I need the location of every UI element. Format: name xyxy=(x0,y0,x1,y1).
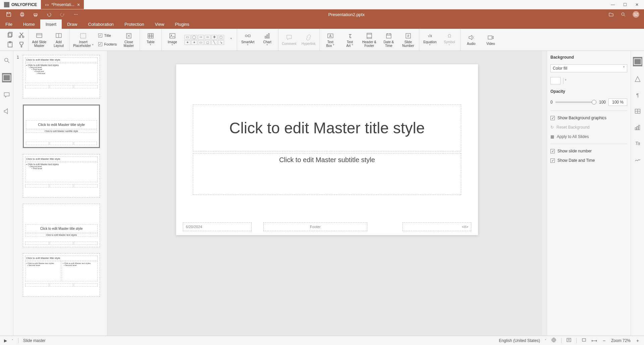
slides-rail-icon[interactable] xyxy=(2,73,11,82)
fit-width-icon[interactable]: ⟷ xyxy=(591,338,597,343)
color-dropdown-icon[interactable]: ˅ xyxy=(563,78,568,84)
shape-arrow-left-icon[interactable]: ⇦ xyxy=(205,35,211,40)
shape-callout2-icon[interactable]: ◻ xyxy=(205,40,211,45)
apply-all-button[interactable]: ▦Apply to All Slides xyxy=(550,134,627,139)
shape-star4-icon[interactable]: ✦ xyxy=(184,40,191,45)
color-swatch[interactable] xyxy=(550,77,560,84)
shape-plus-icon[interactable]: ✚ xyxy=(211,35,217,40)
tab-insert[interactable]: Insert xyxy=(40,19,62,29)
doclang-icon[interactable] xyxy=(566,337,572,344)
redo-icon[interactable] xyxy=(60,12,65,17)
image-button[interactable]: Image ˅ xyxy=(165,32,180,48)
shape-ellipse-icon[interactable]: ◯ xyxy=(191,35,197,40)
fill-type-select[interactable]: Color fill˅ xyxy=(550,64,627,72)
spellcheck-icon[interactable] xyxy=(551,337,556,344)
zoom-label[interactable]: Zoom 72% xyxy=(611,338,631,343)
table-settings-icon[interactable] xyxy=(634,108,641,115)
layout-thumb-content[interactable]: Click to edit Master title style • Click… xyxy=(23,154,100,198)
tab-view[interactable]: View xyxy=(150,19,170,29)
tab-home[interactable]: Home xyxy=(18,19,40,29)
text-art-button[interactable]: TaText Art ˅ xyxy=(342,32,357,48)
undo-icon[interactable] xyxy=(46,12,52,17)
smartart-button[interactable]: SmartArt ˅ xyxy=(240,32,255,48)
zoom-in-button[interactable]: + xyxy=(635,338,640,343)
open-location-icon[interactable] xyxy=(608,12,614,17)
shape-rect-icon[interactable]: ▭ xyxy=(184,35,191,40)
shape-line-icon[interactable]: ╲ xyxy=(211,40,217,45)
close-master-button[interactable]: Close Master xyxy=(121,32,136,48)
add-layout-button[interactable]: Add Layout xyxy=(51,32,66,48)
add-slide-master-button[interactable]: Add Slide Master xyxy=(32,32,47,48)
tab-protection[interactable]: Protection xyxy=(119,19,150,29)
subtitle-placeholder[interactable]: Click to edit Master subtitle style xyxy=(193,153,461,195)
title-checkbox[interactable]: ✓Title xyxy=(98,33,117,38)
show-date-time-checkbox[interactable]: ✓Show Date and Time xyxy=(550,158,627,163)
footer-placeholder[interactable]: Footer xyxy=(263,222,367,231)
tab-plugins[interactable]: Plugins xyxy=(170,19,195,29)
play-dropdown-icon[interactable]: ˅ xyxy=(12,339,13,342)
shape-arrow-line-icon[interactable]: ↘ xyxy=(218,40,224,45)
textart-settings-icon[interactable]: Ta xyxy=(634,140,641,147)
close-icon[interactable]: × xyxy=(77,2,80,7)
slide-canvas[interactable]: Click to edit Master title style Click t… xyxy=(176,64,478,235)
table-button[interactable]: Table ˅ xyxy=(143,32,158,48)
slide-number-button[interactable]: #Slide Number xyxy=(401,32,416,48)
signature-settings-icon[interactable] xyxy=(634,156,641,163)
title-placeholder[interactable]: Click to edit Master title style xyxy=(193,105,461,151)
layout-thumb-two-content[interactable]: Click to edit Master title style • Click… xyxy=(23,253,100,297)
show-slide-number-checkbox[interactable]: ✓Show slide number xyxy=(550,149,627,153)
shape-arrow-right-icon[interactable]: ⇨ xyxy=(198,35,204,40)
play-icon[interactable]: ▶ xyxy=(4,338,7,343)
save-icon[interactable] xyxy=(6,12,11,17)
print-icon[interactable] xyxy=(19,12,25,17)
shape-callout-icon[interactable]: ▭ xyxy=(198,40,204,45)
search-rail-icon[interactable] xyxy=(3,57,10,64)
tab-draw[interactable]: Draw xyxy=(62,19,83,29)
equation-button[interactable]: √xEquation ˅ xyxy=(423,32,437,48)
text-box-button[interactable]: AText Box ˅ xyxy=(323,32,338,48)
language-label[interactable]: English (United States) xyxy=(499,338,540,343)
more-icon[interactable]: ⋯ xyxy=(73,12,78,17)
copy-icon[interactable] xyxy=(7,32,13,39)
paragraph-settings-icon[interactable]: ¶ xyxy=(634,92,641,98)
close-window-button[interactable]: ✕ xyxy=(635,2,639,7)
slide-settings-icon[interactable] xyxy=(633,57,642,66)
minimize-button[interactable]: — xyxy=(610,2,615,7)
comments-rail-icon[interactable] xyxy=(3,92,10,98)
tab-file[interactable]: File xyxy=(0,19,18,29)
quick-print-icon[interactable] xyxy=(33,12,38,17)
shape-rect-round-icon[interactable]: ▢ xyxy=(218,35,224,40)
shape-settings-icon[interactable] xyxy=(634,76,641,82)
zoom-out-button[interactable]: − xyxy=(602,338,606,343)
master-thumb[interactable]: Click to edit Master title style • Click… xyxy=(23,55,100,98)
shapes-dropdown-icon[interactable]: ˅ xyxy=(229,38,233,42)
chart-settings-icon[interactable] xyxy=(634,124,641,131)
audio-button[interactable]: Audio xyxy=(464,34,479,46)
feedback-rail-icon[interactable] xyxy=(3,108,10,115)
fit-slide-icon[interactable] xyxy=(581,337,587,344)
user-avatar[interactable]: SZ xyxy=(633,11,639,18)
chart-button[interactable]: Chart ˅ xyxy=(260,32,275,48)
shape-star-icon[interactable]: ✶ xyxy=(191,40,197,45)
header-footer-button[interactable]: Header & Footer xyxy=(362,32,377,48)
search-icon[interactable] xyxy=(621,12,626,17)
layout-thumb-section[interactable]: Click to edit Master title style Click t… xyxy=(23,204,100,247)
date-placeholder[interactable]: 6/20/2024 xyxy=(183,222,252,231)
paste-icon[interactable] xyxy=(7,41,13,48)
opacity-input[interactable]: 100 % xyxy=(608,98,627,106)
slidenum-placeholder[interactable]: <#> xyxy=(402,222,471,231)
format-painter-icon[interactable] xyxy=(18,41,25,48)
maximize-button[interactable]: ☐ xyxy=(623,2,627,7)
lang-dropdown-icon[interactable]: ˅ xyxy=(545,339,546,342)
tab-collaboration[interactable]: Collaboration xyxy=(83,19,119,29)
layout-thumb-title[interactable]: Click to edit Master title style Click t… xyxy=(23,105,100,148)
cut-icon[interactable] xyxy=(18,32,25,39)
opacity-slider[interactable] xyxy=(555,101,596,103)
date-time-button[interactable]: Date & Time xyxy=(381,32,396,48)
insert-placeholder-button[interactable]: Insert Placeholder ˅ xyxy=(73,32,94,48)
vertical-scrollbar[interactable] xyxy=(542,51,547,336)
document-tab[interactable]: ▭ *Presentati... × xyxy=(41,0,84,9)
video-button[interactable]: Video xyxy=(483,34,498,46)
footers-checkbox[interactable]: ✓Footers xyxy=(98,42,117,46)
show-bg-graphics-checkbox[interactable]: ✓Show Background graphics xyxy=(550,116,627,120)
